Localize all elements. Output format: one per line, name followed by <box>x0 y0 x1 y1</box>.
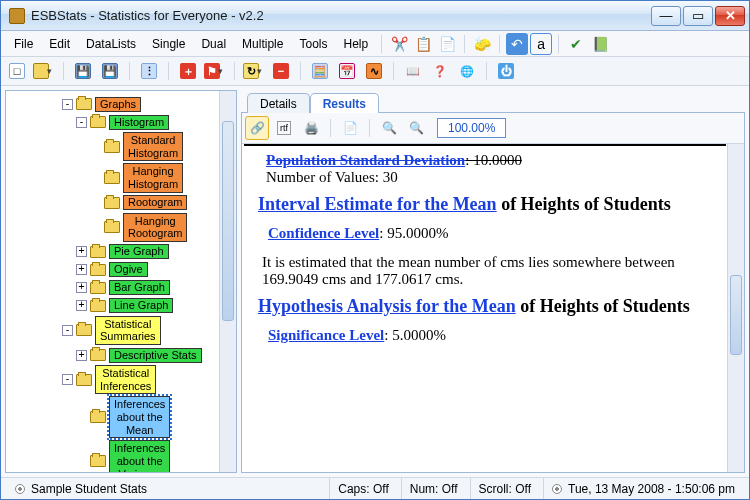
menu-edit[interactable]: Edit <box>42 34 77 54</box>
link-button[interactable]: 🔗 <box>245 116 269 140</box>
tree-node[interactable]: StandardHistogram <box>6 131 236 162</box>
folder-icon <box>76 374 92 386</box>
run-button[interactable]: ⚑▾ <box>203 59 227 83</box>
zoom-field[interactable]: 100.00% <box>437 118 506 138</box>
nav-tree[interactable]: -Graphs-HistogramStandardHistogramHangin… <box>6 91 236 473</box>
tree-label[interactable]: StandardHistogram <box>123 132 183 161</box>
save-button[interactable]: 💾 <box>71 59 95 83</box>
tab-details[interactable]: Details <box>247 93 310 113</box>
tree-scrollbar[interactable] <box>219 91 236 472</box>
titlebar: ESBStats - Statistics for Everyone - v2.… <box>1 1 749 31</box>
results-scrollbar[interactable] <box>727 144 744 472</box>
folder-icon <box>90 282 106 294</box>
tree-label[interactable]: HangingRootogram <box>123 213 187 242</box>
save-as-button[interactable]: 💾 <box>98 59 122 83</box>
tree-label[interactable]: StatisticalInferences <box>95 365 156 394</box>
web-button[interactable]: 🌐 <box>455 59 479 83</box>
menu-multiple[interactable]: Multiple <box>235 34 290 54</box>
refresh-button[interactable]: ↻▾ <box>242 59 266 83</box>
zoom-in-button[interactable]: 🔍 <box>377 116 401 140</box>
tree-node[interactable]: Rootogram <box>6 194 236 212</box>
folder-icon <box>76 324 92 336</box>
calendar-button[interactable]: 📅 <box>335 59 359 83</box>
remove-button[interactable]: − <box>269 59 293 83</box>
close-button[interactable]: ✕ <box>715 6 745 26</box>
undo-icon[interactable]: ↶ <box>506 33 528 55</box>
properties-button[interactable]: ⋮ <box>137 59 161 83</box>
app-window: ESBStats - Statistics for Everyone - v2.… <box>0 0 750 500</box>
tree-label[interactable]: Histogram <box>109 115 169 130</box>
menu-single[interactable]: Single <box>145 34 192 54</box>
tree-label[interactable]: Inferencesabout theMean <box>109 396 170 438</box>
tree-toggle[interactable]: - <box>62 99 73 110</box>
tree-toggle[interactable]: + <box>76 350 87 361</box>
tree-node[interactable]: +Pie Graph <box>6 243 236 261</box>
menu-file[interactable]: File <box>7 34 40 54</box>
tree-label[interactable]: StatisticalSummaries <box>95 316 161 345</box>
tree-toggle[interactable]: + <box>76 264 87 275</box>
help-book-icon[interactable]: 📗 <box>589 33 611 55</box>
menu-help[interactable]: Help <box>336 34 375 54</box>
minimize-button[interactable]: — <box>651 6 681 26</box>
tree-node[interactable]: +Descriptive Stats <box>6 346 236 364</box>
copy-icon[interactable]: 📋 <box>412 33 434 55</box>
page-button[interactable]: 📄 <box>338 116 362 140</box>
tree-node[interactable]: HangingHistogram <box>6 162 236 193</box>
tree-label[interactable]: Inferencesabout theVariance <box>109 440 170 473</box>
menu-tools[interactable]: Tools <box>292 34 334 54</box>
tree-label[interactable]: Pie Graph <box>109 244 169 259</box>
tree-node[interactable]: Inferencesabout theMean <box>6 395 236 439</box>
tree-node[interactable]: -StatisticalInferences <box>6 364 236 395</box>
menu-dual[interactable]: Dual <box>194 34 233 54</box>
menu-datalists[interactable]: DataLists <box>79 34 143 54</box>
cut-icon[interactable]: ✂️ <box>388 33 410 55</box>
statusbar: Sample Student Stats Caps: Off Num: Off … <box>1 477 749 499</box>
tree-toggle[interactable]: + <box>76 246 87 257</box>
heading-interval-estimate: Interval Estimate for the Mean of Height… <box>258 194 712 215</box>
calc-button[interactable]: 🧮 <box>308 59 332 83</box>
tab-results[interactable]: Results <box>310 93 379 113</box>
tree-node[interactable]: Inferencesabout theVariance <box>6 439 236 473</box>
new-button[interactable]: □ <box>5 59 29 83</box>
tree-toggle[interactable]: - <box>62 374 73 385</box>
open-button[interactable]: ▾ <box>32 59 56 83</box>
erase-icon[interactable]: 🧽 <box>471 33 493 55</box>
find-icon[interactable]: a <box>530 33 552 55</box>
tree-node[interactable]: -StatisticalSummaries <box>6 315 236 346</box>
status-num: Num: Off <box>401 478 466 499</box>
tree-toggle[interactable]: + <box>76 300 87 311</box>
tree-node[interactable]: +Ogive <box>6 261 236 279</box>
print-button[interactable]: 🖨️ <box>299 116 323 140</box>
spellcheck-icon[interactable]: ✔ <box>565 33 587 55</box>
exit-button[interactable]: ⏻ <box>494 59 518 83</box>
tree-node[interactable]: -Histogram <box>6 113 236 131</box>
results-view[interactable]: Population Standard Deviation: 10.0000 N… <box>244 144 726 472</box>
tree-node[interactable]: -Graphs <box>6 95 236 113</box>
status-datetime: Tue, 13 May 2008 - 1:50:06 pm <box>568 482 735 496</box>
zoom-out-button[interactable]: 🔍 <box>404 116 428 140</box>
app-icon <box>9 8 25 24</box>
tree-label[interactable]: HangingHistogram <box>123 163 183 192</box>
significance-level-value: : 5.0000% <box>384 327 446 343</box>
about-button[interactable]: ❓ <box>428 59 452 83</box>
distribution-button[interactable]: ∿ <box>362 59 386 83</box>
tree-node[interactable]: +Line Graph <box>6 297 236 315</box>
maximize-button[interactable]: ▭ <box>683 6 713 26</box>
tree-label[interactable]: Graphs <box>95 97 141 112</box>
tree-toggle[interactable]: - <box>76 117 87 128</box>
tree-label[interactable]: Bar Graph <box>109 280 170 295</box>
tree-label[interactable]: Rootogram <box>123 195 187 210</box>
export-rtf-button[interactable]: rtf <box>272 116 296 140</box>
add-button[interactable]: ＋ <box>176 59 200 83</box>
tree-label[interactable]: Descriptive Stats <box>109 348 202 363</box>
clock-indicator-icon <box>552 484 562 494</box>
tree-toggle[interactable]: + <box>76 282 87 293</box>
paste-icon[interactable]: 📄 <box>436 33 458 55</box>
tree-label[interactable]: Line Graph <box>109 298 173 313</box>
tree-label[interactable]: Ogive <box>109 262 148 277</box>
tree-node[interactable]: +Bar Graph <box>6 279 236 297</box>
tree-node[interactable]: HangingRootogram <box>6 212 236 243</box>
manual-button[interactable]: 📖 <box>401 59 425 83</box>
status-caps: Caps: Off <box>329 478 396 499</box>
tree-toggle[interactable]: - <box>62 325 73 336</box>
